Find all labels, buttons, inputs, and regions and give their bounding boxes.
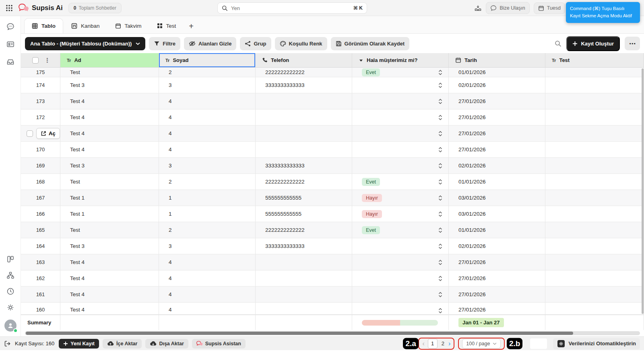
column-header-soyad[interactable]: Tr Soyad (159, 53, 256, 67)
stepper-icon[interactable] (438, 97, 443, 105)
tab-test[interactable]: Test (150, 18, 184, 33)
view-select-dropdown[interactable]: Ana Tablo - (Müşteri Tablosu (Doküman)) (25, 37, 145, 50)
cell-soyad[interactable]: 2 (159, 68, 256, 77)
cell-tarih[interactable]: 02/01/2026 (449, 238, 545, 254)
cell-tarih[interactable]: 01/01/2026 (449, 68, 545, 77)
table-row[interactable]: 169Test 33333333333333302/01/2026 (21, 158, 644, 174)
cell-test[interactable] (545, 126, 644, 141)
column-header-tarih[interactable]: Tarih (449, 53, 545, 67)
table-search-icon[interactable] (555, 40, 561, 47)
stepper-icon[interactable] (438, 178, 443, 186)
cell-telefon[interactable] (256, 287, 352, 302)
stepper-icon[interactable] (438, 194, 443, 202)
brand-logo[interactable]: Supsis Ai (19, 4, 63, 12)
table-row[interactable]: 175Test22222222222222Evet01/01/2026 (21, 68, 644, 77)
cell-tarih[interactable]: 03/01/2026 (449, 190, 545, 206)
row-checkbox[interactable] (27, 130, 33, 137)
stepper-icon[interactable] (438, 146, 443, 154)
stepper-icon[interactable] (438, 130, 443, 138)
create-record-button[interactable]: Kayıt Oluştur (566, 36, 620, 51)
stepper-icon[interactable] (438, 307, 443, 314)
cell-test[interactable] (545, 93, 644, 109)
cell-soyad[interactable]: 3 (159, 158, 256, 173)
more-options-button[interactable]: ⋯ (625, 37, 640, 50)
cell-tarih[interactable]: 27/01/2026 (449, 142, 545, 157)
logout-icon[interactable] (4, 340, 11, 347)
cell-tarih[interactable]: 27/01/2026 (449, 93, 545, 109)
boards-icon[interactable] (6, 255, 14, 263)
cell-musteri[interactable] (352, 287, 449, 302)
table-row[interactable]: 163Test 4427/01/2026 (21, 254, 644, 270)
column-header-telefon[interactable]: Telefon (256, 53, 352, 67)
cell-soyad[interactable]: 3 (159, 77, 256, 93)
cell-ad[interactable]: Test 4 (60, 254, 159, 270)
cell-tarih[interactable]: 27/01/2026 (449, 126, 545, 141)
cell-test[interactable] (545, 174, 644, 190)
cell-soyad[interactable]: 2 (159, 222, 256, 238)
cell-soyad[interactable]: 4 (159, 126, 256, 141)
cell-telefon[interactable]: 3333333333333 (256, 77, 352, 93)
cell-ad[interactable]: Test 3 (60, 77, 159, 93)
save-view-button[interactable]: Görünüm Olarak Kaydet (331, 37, 410, 50)
cell-test[interactable] (545, 68, 644, 77)
cell-telefon[interactable]: 2222222222222 (256, 68, 352, 77)
cell-soyad[interactable]: 4 (159, 109, 256, 125)
cell-ad[interactable]: Test 3 (60, 238, 159, 254)
cell-musteri[interactable] (352, 238, 449, 254)
cell-telefon[interactable] (256, 126, 352, 141)
open-record-button[interactable]: Aç (36, 128, 60, 139)
cell-test[interactable] (545, 238, 644, 254)
cell-test[interactable] (545, 142, 644, 157)
header-select-all[interactable]: ⋮ (21, 53, 60, 67)
inbox-tray-icon[interactable] (474, 4, 482, 12)
table-row[interactable]: 167Test 11555555555555Hayır03/01/2026 (21, 190, 644, 206)
cell-tarih[interactable]: 01/01/2026 (449, 222, 545, 238)
cell-test[interactable] (545, 190, 644, 206)
user-avatar[interactable] (4, 320, 17, 332)
cell-tarih[interactable]: 27/01/2026 (449, 270, 545, 286)
table-row[interactable]: 174Test 33333333333333302/01/2026 (21, 77, 644, 93)
page-1-button[interactable]: 1 (428, 339, 438, 349)
cell-musteri[interactable] (352, 254, 449, 270)
cell-soyad[interactable]: 1 (159, 206, 256, 222)
cell-musteri[interactable] (352, 158, 449, 173)
stepper-icon[interactable] (438, 113, 443, 122)
row-hover-controls[interactable]: Aç (21, 126, 60, 141)
add-tab-button[interactable]: + (184, 22, 198, 33)
cell-musteri[interactable]: Evet (352, 222, 449, 238)
table-row[interactable]: 172Test 4427/01/2026 (21, 109, 644, 126)
cell-musteri[interactable]: Evet (352, 174, 449, 190)
vertical-scrollbar[interactable] (642, 68, 644, 314)
new-record-button[interactable]: Yeni Kayıt (59, 339, 99, 349)
cell-test[interactable] (545, 287, 644, 302)
history-clock-icon[interactable] (6, 287, 14, 295)
cell-ad[interactable]: Test 4 (60, 126, 159, 141)
scrollbar-track[interactable] (25, 331, 640, 335)
conditional-color-button[interactable]: Koşullu Renk (275, 37, 327, 50)
cell-soyad[interactable]: 4 (159, 142, 256, 157)
stepper-icon[interactable] (438, 68, 443, 76)
cell-soyad[interactable]: 4 (159, 270, 256, 286)
table-row[interactable]: 160Test 4427/01/2026 (21, 303, 644, 315)
cell-soyad[interactable]: 4 (159, 254, 256, 270)
cell-tarih[interactable]: 27/01/2026 (449, 287, 545, 302)
stepper-icon[interactable] (438, 274, 443, 283)
cell-musteri[interactable] (352, 142, 449, 157)
tab-kanban[interactable]: Kanban (64, 18, 107, 33)
cell-test[interactable] (545, 270, 644, 286)
cell-telefon[interactable]: 2222222222222 (256, 222, 352, 238)
table-row[interactable]: 164Test 33333333333333302/01/2026 (21, 238, 644, 254)
cell-ad[interactable]: Test 4 (60, 270, 159, 286)
cell-telefon[interactable]: 555555555555 (256, 206, 352, 222)
cell-musteri[interactable] (352, 77, 449, 93)
cell-telefon[interactable] (256, 254, 352, 270)
table-row[interactable]: 162Test 4427/01/2026 (21, 270, 644, 287)
tab-takvim[interactable]: Takvim (108, 18, 149, 33)
cell-ad[interactable]: Test (60, 174, 159, 190)
cell-tarih[interactable]: 27/01/2026 (449, 303, 545, 314)
cell-telefon[interactable]: 2222222222222 (256, 174, 352, 190)
cell-musteri[interactable] (352, 93, 449, 109)
cell-ad[interactable]: Test 3 (60, 158, 159, 173)
chats-icon[interactable] (6, 23, 14, 31)
cell-soyad[interactable]: 4 (159, 287, 256, 302)
